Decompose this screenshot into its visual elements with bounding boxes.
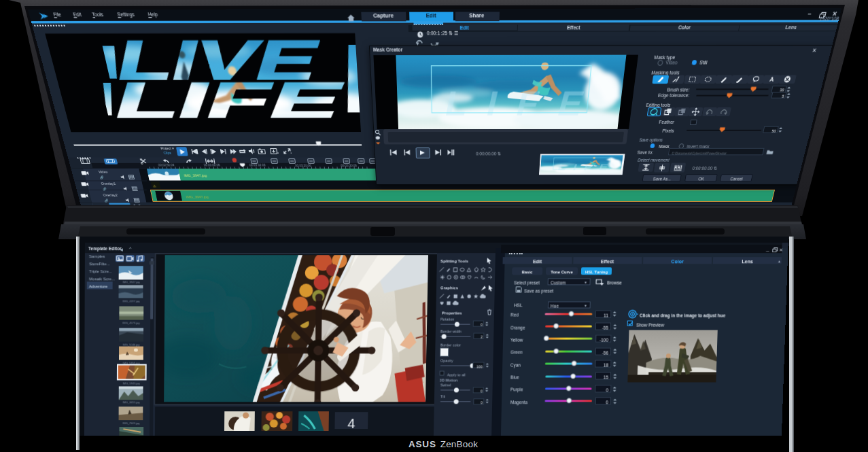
svg-text:A: A	[769, 75, 775, 83]
